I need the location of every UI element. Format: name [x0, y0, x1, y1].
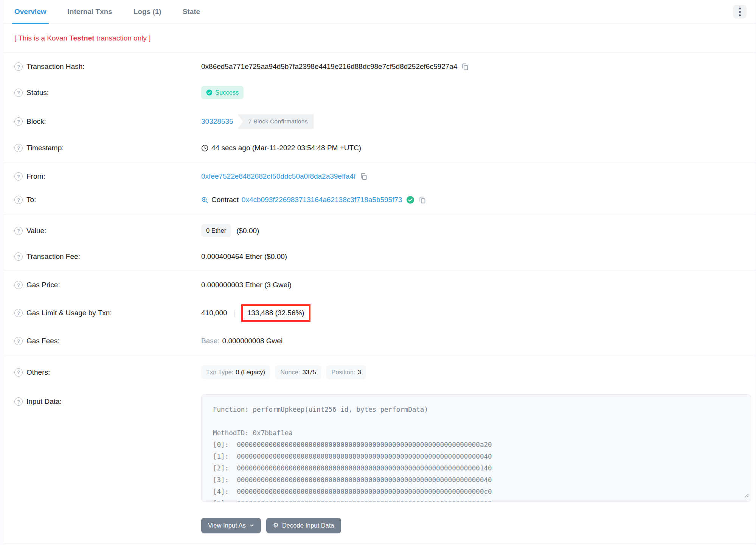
help-icon[interactable]: ? — [14, 144, 23, 152]
decode-input-data-label: Decode Input Data — [282, 522, 334, 529]
label-text: Others: — [26, 368, 50, 377]
help-icon[interactable]: ? — [14, 397, 23, 406]
badge-key: Txn Type: — [206, 369, 233, 376]
badge-key: Position: — [331, 369, 355, 376]
base-fee-label: Base: — [201, 337, 220, 345]
tab-state[interactable]: State — [183, 0, 200, 23]
transaction-hash-value: 0x86ed5a771e725aa94d5b7fa2398e4419e216d8… — [201, 62, 457, 71]
label-text: Gas Fees: — [26, 337, 60, 345]
kebab-dot — [739, 14, 741, 16]
status-badge: Success — [201, 86, 244, 99]
row-value: ? Value: 0 Ether ($0.00) — [14, 216, 745, 245]
contract-word: Contract — [211, 196, 239, 204]
view-input-as-button[interactable]: View Input As — [201, 518, 261, 533]
status-text: Success — [215, 89, 239, 96]
label-text: To: — [26, 196, 36, 204]
help-icon[interactable]: ? — [14, 368, 23, 377]
help-icon[interactable]: ? — [14, 117, 23, 126]
resize-handle-icon[interactable] — [744, 492, 749, 500]
row-label: ? Status: — [14, 89, 201, 97]
row-label: ? Others: — [14, 368, 201, 377]
row-from: ? From: 0xfee7522e8482682cf50ddc50a0f8da… — [14, 165, 745, 188]
copy-icon[interactable] — [461, 63, 469, 71]
row-label: ? To: — [14, 196, 201, 204]
help-icon[interactable]: ? — [14, 281, 23, 289]
tab-overview[interactable]: Overview — [14, 0, 47, 23]
label-text: Timestamp: — [26, 144, 64, 152]
block-confirmations-badge: 7 Block Confirmations — [238, 114, 314, 129]
help-icon[interactable]: ? — [14, 252, 23, 261]
label-text: Input Data: — [26, 397, 62, 406]
ether-value-badge: 0 Ether — [201, 224, 231, 237]
pipe-separator: | — [233, 309, 235, 317]
copy-icon[interactable] — [360, 173, 368, 181]
kebab-dot — [739, 11, 741, 13]
more-options-button[interactable] — [733, 5, 747, 19]
row-block: ? Block: 30328535 7 Block Confirmations — [14, 107, 745, 136]
help-icon[interactable]: ? — [14, 89, 23, 97]
badge-value: 3375 — [302, 369, 316, 376]
position-badge: Position: 3 — [326, 365, 366, 379]
row-others: ? Others: Txn Type: 0 (Legacy) Nonce: 33… — [14, 358, 745, 387]
input-data-text: Function: performUpkeep(uint256 id, byte… — [213, 404, 739, 502]
row-label: ? Transaction Fee: — [14, 252, 201, 261]
txn-type-badge: Txn Type: 0 (Legacy) — [201, 365, 270, 379]
row-input-data: ? Input Data: Function: performUpkeep(ui… — [14, 387, 745, 509]
label-text: Gas Price: — [26, 281, 60, 289]
label-text: Status: — [26, 89, 49, 97]
input-data-textarea[interactable]: Function: performUpkeep(uint256 id, byte… — [201, 394, 751, 502]
row-label: ? Input Data: — [14, 394, 201, 406]
gas-limit-value: 410,000 — [201, 309, 227, 317]
help-icon[interactable]: ? — [14, 172, 23, 181]
help-icon[interactable]: ? — [14, 62, 23, 71]
timestamp-value: 44 secs ago (Mar-11-2022 03:54:48 PM +UT… — [211, 144, 361, 152]
bottom-spacer — [4, 543, 756, 545]
block-number-link[interactable]: 30328535 — [201, 117, 233, 126]
magnifier-plus-icon[interactable] — [201, 196, 208, 204]
row-gas-limit-usage: ? Gas Limit & Usage by Txn: 410,000 | 13… — [14, 297, 745, 329]
nonce-badge: Nonce: 3375 — [275, 365, 321, 379]
badge-key: Nonce: — [280, 369, 300, 376]
clock-icon — [201, 145, 208, 152]
badge-value: 3 — [357, 369, 361, 376]
transaction-fee-value: 0.000400464 Ether ($0.00) — [201, 252, 287, 261]
label-text: Transaction Hash: — [26, 62, 84, 71]
badge-value: 0 (Legacy) — [236, 369, 265, 376]
label-text: From: — [26, 172, 45, 181]
label-text: Block: — [26, 117, 46, 126]
help-icon[interactable]: ? — [14, 337, 23, 345]
row-label: ? Value: — [14, 227, 201, 235]
tab-logs[interactable]: Logs (1) — [134, 0, 161, 23]
row-label: ? From: — [14, 172, 201, 181]
gas-price-value: 0.000000003 Ether (3 Gwei) — [201, 281, 292, 289]
help-icon[interactable]: ? — [14, 196, 23, 204]
transaction-overview-page: Overview Internal Txns Logs (1) State [ … — [4, 0, 756, 545]
label-text: Transaction Fee: — [26, 252, 80, 261]
to-contract-address-link[interactable]: 0x4cb093f226983713164a62138c3f718a5b595f… — [242, 196, 402, 204]
row-to: ? To: Contract 0x4cb093f226983713164a621… — [14, 188, 745, 212]
row-label: ? Timestamp: — [14, 144, 201, 152]
tab-internal-txns[interactable]: Internal Txns — [68, 0, 112, 23]
row-gas-price: ? Gas Price: 0.000000003 Ether (3 Gwei) — [14, 273, 745, 297]
decode-input-data-button[interactable]: ⚙ Decode Input Data — [266, 518, 341, 533]
row-label: ? Block: — [14, 117, 201, 126]
row-transaction-hash: ? Transaction Hash: 0x86ed5a771e725aa94d… — [14, 55, 745, 78]
kebab-dot — [739, 8, 741, 9]
label-text: Gas Limit & Usage by Txn: — [26, 309, 112, 317]
gears-icon: ⚙ — [273, 522, 279, 529]
row-label: ? Gas Fees: — [14, 337, 201, 345]
copy-icon[interactable] — [418, 196, 426, 204]
base-fee-value: 0.000000008 Gwei — [222, 337, 283, 345]
row-status: ? Status: Success — [14, 78, 745, 107]
check-circle-icon — [206, 89, 213, 96]
from-address-link[interactable]: 0xfee7522e8482682cf50ddc50a0f8da2a39effa… — [201, 172, 356, 181]
row-gas-fees: ? Gas Fees: Base: 0.000000008 Gwei — [14, 329, 745, 353]
help-icon[interactable]: ? — [14, 309, 23, 317]
verified-check-icon — [406, 196, 414, 204]
chevron-down-icon — [249, 523, 254, 528]
testnet-notice: [ This is a Kovan Testnet transaction on… — [4, 23, 756, 52]
notice-text: transaction only ] — [95, 34, 151, 42]
notice-text: [ This is a Kovan — [14, 34, 69, 42]
notice-bold: Testnet — [69, 34, 94, 42]
help-icon[interactable]: ? — [14, 227, 23, 235]
